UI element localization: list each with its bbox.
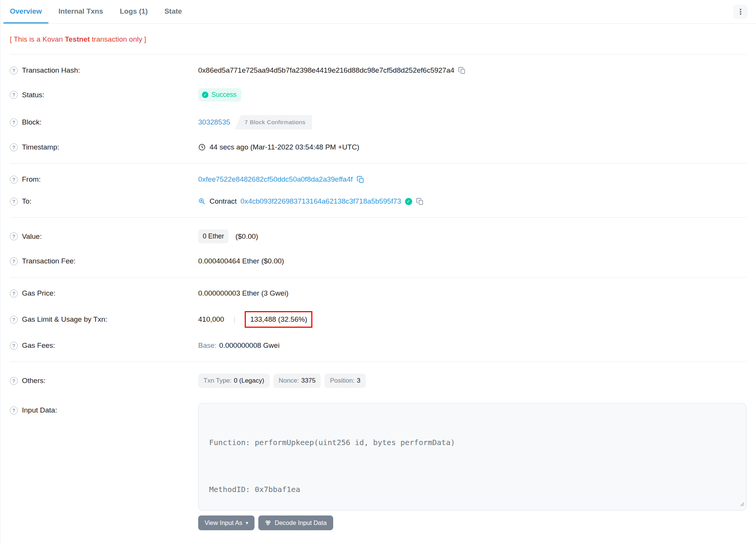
input-data-textbox[interactable]: Function: performUpkeep(uint256 id, byte… — [198, 403, 747, 511]
row-input-data: ? Input Data: Function: performUpkeep(ui… — [10, 400, 747, 537]
help-icon[interactable]: ? — [10, 67, 18, 75]
warning-bold: Testnet — [65, 35, 90, 43]
help-icon[interactable]: ? — [10, 232, 18, 240]
row-others: ? Others: Txn Type: 0 (Legacy) Nonce: 33… — [10, 367, 747, 395]
more-options-button[interactable]: ⋮ — [733, 5, 748, 19]
gas-limit-value: 410,000 — [198, 315, 224, 324]
row-timestamp: ? Timestamp: 44 secs ago (Mar-11-2022 03… — [10, 136, 747, 158]
caret-down-icon: ▾ — [246, 520, 248, 526]
decode-input-data-button[interactable]: Decode Input Data — [258, 515, 333, 530]
input-function-line: Function: performUpkeep(uint256 id, byte… — [209, 437, 736, 448]
verified-check-icon: ✓ — [405, 198, 412, 205]
row-transaction-fee: ? Transaction Fee: 0.000400464 Ether ($0… — [10, 250, 747, 272]
nonce-key: Nonce: — [279, 377, 299, 385]
warning-prefix: [ This is a Kovan — [10, 35, 65, 43]
tab-bar: Overview Internal Txns Logs (1) State ⋮ — [0, 0, 756, 24]
magnifier-icon[interactable] — [198, 198, 206, 205]
transaction-hash-value: 0x86ed5a771e725aa94d5b7fa2398e4419e216d8… — [198, 66, 454, 75]
position-key: Position: — [330, 377, 354, 385]
from-address-link[interactable]: 0xfee7522e8482682cf50ddc50a0f8da2a39effa… — [198, 175, 353, 184]
section-gas: ? Gas Price: 0.000000003 Ether (3 Gwei) … — [10, 277, 747, 361]
row-gas-fees: ? Gas Fees: Base: 0.000000008 Gwei — [10, 335, 747, 357]
decode-icon — [265, 520, 271, 526]
row-label: Others: — [22, 377, 45, 385]
row-gas-limit-usage: ? Gas Limit & Usage by Txn: 410,000 | 13… — [10, 304, 747, 335]
transaction-overview-card: Overview Internal Txns Logs (1) State ⋮ … — [0, 0, 756, 545]
clock-icon — [198, 143, 206, 151]
tab-state[interactable]: State — [158, 0, 188, 23]
row-label: Transaction Fee: — [22, 257, 76, 265]
help-icon[interactable]: ? — [10, 257, 18, 265]
to-address-link[interactable]: 0x4cb093f226983713164a62138c3f718a5b595f… — [241, 197, 401, 206]
resize-grip-handle[interactable] — [739, 500, 744, 508]
section-summary: ? Transaction Hash: 0x86ed5a771e725aa94d… — [10, 54, 747, 163]
view-input-as-label: View Input As — [205, 519, 242, 526]
copy-icon[interactable] — [416, 198, 424, 206]
tab-overview[interactable]: Overview — [3, 0, 48, 23]
block-confirmations-badge: 7 Block Confirmations — [235, 115, 312, 129]
kebab-icon: ⋮ — [737, 7, 744, 16]
input-methodid-line: MethodID: 0x7bbaf1ea — [209, 484, 736, 495]
nonce-badge: Nonce: 3375 — [273, 374, 321, 388]
position-badge: Position: 3 — [324, 374, 366, 388]
gas-usage-value: 133,488 (32.56%) — [250, 315, 307, 323]
tab-logs[interactable]: Logs (1) — [113, 0, 154, 23]
row-block: ? Block: 30328535 7 Block Confirmations — [10, 108, 747, 136]
copy-icon[interactable] — [357, 176, 365, 184]
separator-bar: | — [234, 316, 236, 324]
row-status: ? Status: ✓ Success — [10, 81, 747, 108]
transaction-fee-value: 0.000400464 Ether ($0.00) — [198, 257, 284, 265]
section-value: ? Value: 0 Ether ($0.00) ? Transaction F… — [10, 218, 747, 277]
txn-type-value: 0 (Legacy) — [234, 377, 264, 385]
ether-value-badge: 0 Ether — [198, 229, 228, 243]
testnet-warning: [ This is a Kovan Testnet transaction on… — [10, 24, 747, 54]
help-icon[interactable]: ? — [10, 290, 18, 297]
row-value: ? Value: 0 Ether ($0.00) — [10, 223, 747, 250]
txn-type-badge: Txn Type: 0 (Legacy) — [198, 374, 270, 388]
status-badge: ✓ Success — [198, 88, 241, 101]
row-to: ? To: Contract 0x4cb093f226983713164a621… — [10, 190, 747, 212]
usd-value: ($0.00) — [235, 232, 258, 241]
row-label: Transaction Hash: — [22, 66, 80, 75]
status-badge-label: Success — [211, 91, 236, 99]
view-input-as-button[interactable]: View Input As ▾ — [198, 515, 255, 530]
help-icon[interactable]: ? — [10, 406, 18, 414]
annotation-red-box: 133,488 (32.56%) — [245, 311, 312, 328]
row-gas-price: ? Gas Price: 0.000000003 Ether (3 Gwei) — [10, 282, 747, 304]
section-parties: ? From: 0xfee7522e8482682cf50ddc50a0f8da… — [10, 164, 747, 217]
help-icon[interactable]: ? — [10, 118, 18, 126]
row-from: ? From: 0xfee7522e8482682cf50ddc50a0f8da… — [10, 168, 747, 190]
position-value: 3 — [357, 377, 360, 385]
block-number-link[interactable]: 30328535 — [198, 118, 230, 126]
timestamp-value: 44 secs ago (Mar-11-2022 03:54:48 PM +UT… — [210, 143, 359, 151]
nonce-value: 3375 — [301, 377, 316, 385]
help-icon[interactable]: ? — [10, 377, 18, 385]
help-icon[interactable]: ? — [10, 342, 18, 350]
row-label: Status: — [22, 91, 44, 99]
row-label: From: — [22, 175, 41, 184]
row-label: Timestamp: — [22, 143, 59, 151]
help-icon[interactable]: ? — [10, 143, 18, 151]
warning-suffix: transaction only ] — [90, 35, 146, 43]
decode-input-data-label: Decode Input Data — [275, 519, 327, 526]
row-label: Input Data: — [22, 406, 57, 414]
help-icon[interactable]: ? — [10, 316, 18, 324]
check-circle-icon: ✓ — [202, 92, 208, 98]
base-fee-label: Base: — [198, 341, 217, 350]
tab-internal-txns[interactable]: Internal Txns — [52, 0, 110, 23]
txn-type-key: Txn Type: — [203, 377, 231, 385]
to-contract-label: Contract — [210, 197, 237, 206]
help-icon[interactable]: ? — [10, 176, 18, 184]
copy-icon[interactable] — [458, 67, 466, 75]
row-label: Gas Price: — [22, 289, 56, 297]
row-transaction-hash: ? Transaction Hash: 0x86ed5a771e725aa94d… — [10, 59, 747, 81]
row-label: To: — [22, 197, 31, 206]
row-label: Gas Fees: — [22, 341, 55, 350]
help-icon[interactable]: ? — [10, 91, 18, 99]
base-fee-value: 0.000000008 Gwei — [219, 341, 280, 350]
gas-price-value: 0.000000003 Ether (3 Gwei) — [198, 289, 289, 297]
section-others-input: ? Others: Txn Type: 0 (Legacy) Nonce: 33… — [10, 362, 747, 542]
row-label: Gas Limit & Usage by Txn: — [22, 315, 107, 324]
row-label: Value: — [22, 232, 42, 241]
help-icon[interactable]: ? — [10, 198, 18, 206]
